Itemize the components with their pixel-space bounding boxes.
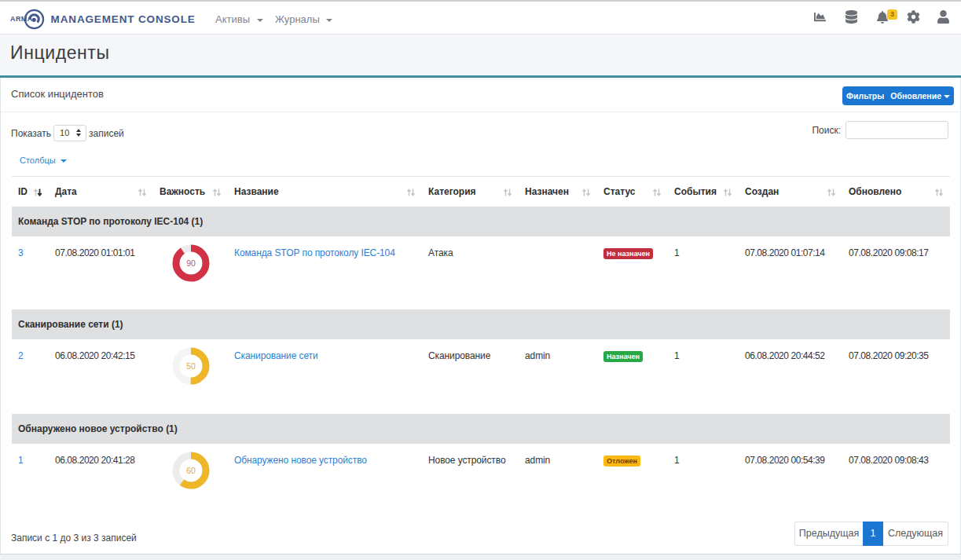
- svg-text:60: 60: [186, 465, 196, 474]
- svg-text:90: 90: [186, 258, 196, 267]
- svg-text:50: 50: [186, 361, 196, 370]
